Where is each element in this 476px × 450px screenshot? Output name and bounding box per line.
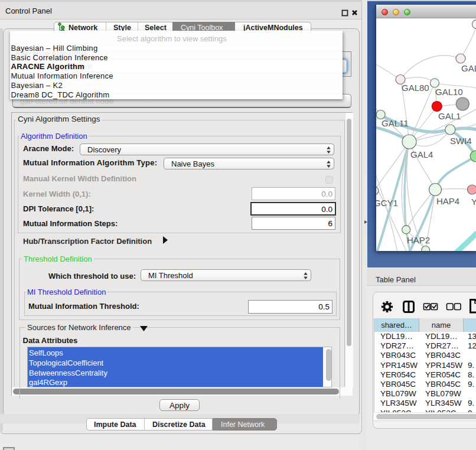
svg-text:GAL4: GAL4 (410, 149, 433, 159)
svg-text:HAP4: HAP4 (436, 196, 459, 206)
svg-text:GAL10: GAL10 (435, 87, 463, 97)
svg-text:GAL: GAL (461, 63, 476, 73)
svg-text:SWI4: SWI4 (450, 136, 472, 146)
svg-text:HAP2: HAP2 (407, 235, 430, 245)
svg-text:Y: Y (471, 197, 476, 207)
svg-text:GAL11: GAL11 (382, 118, 409, 128)
svg-text:GCY1: GCY1 (376, 198, 397, 208)
svg-text:GAL1: GAL1 (438, 111, 461, 121)
svg-text:GAL80: GAL80 (402, 83, 429, 93)
